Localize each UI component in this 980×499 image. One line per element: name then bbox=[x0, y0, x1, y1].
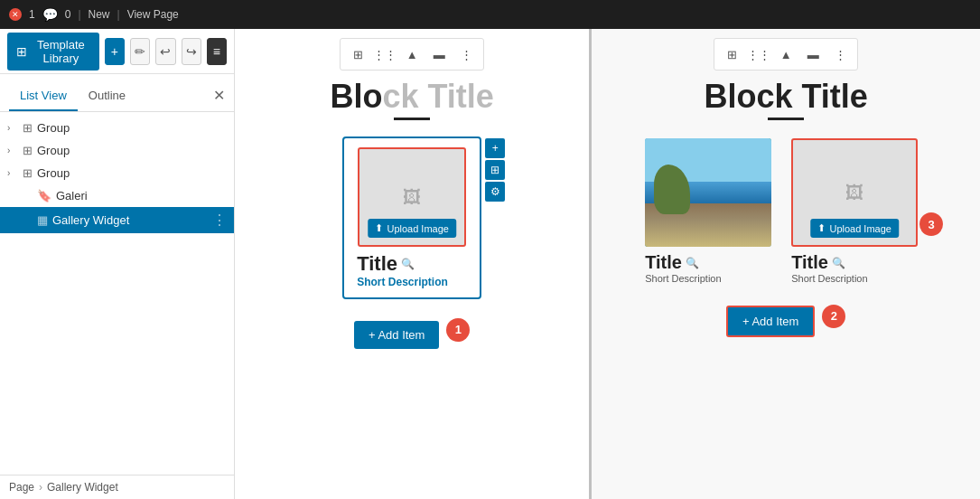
toolbar-up-icon[interactable]: ▲ bbox=[400, 42, 424, 66]
widget-settings-button[interactable]: ⚙ bbox=[485, 182, 505, 202]
toolbar-align-icon[interactable]: ▬ bbox=[427, 42, 451, 66]
comment-count: 0 bbox=[65, 8, 71, 21]
gallery-widget-icon: ▦ bbox=[37, 213, 48, 227]
toolbar-more-icon[interactable]: ⋮ bbox=[454, 42, 478, 66]
tab-count: 1 bbox=[29, 8, 35, 21]
image-placeholder-icon: 🖼 bbox=[403, 187, 421, 208]
menu-icon: ≡ bbox=[213, 44, 220, 59]
preview-toolbar-more-icon[interactable]: ⋮ bbox=[828, 42, 852, 66]
preview-card-desc-2: Short Description bbox=[791, 273, 927, 284]
step-badge-3: 3 bbox=[919, 212, 943, 236]
preview-title-underline bbox=[768, 118, 804, 120]
redo-icon: ↪ bbox=[186, 44, 197, 59]
grid-icon: ⊞ bbox=[16, 44, 27, 59]
preview-upload-image-button[interactable]: ⬆ Upload Image bbox=[810, 219, 899, 238]
tree-list: › ⊞ Group › ⊞ Group › ⊞ Group › 🔖 Galeri… bbox=[0, 112, 234, 475]
add-element-button[interactable]: + bbox=[105, 38, 125, 65]
toolbar-drag-icon[interactable]: ⋮⋮ bbox=[373, 42, 397, 66]
step-badge-1: 1 bbox=[446, 318, 470, 342]
group-icon: ⊞ bbox=[23, 121, 33, 135]
list-item-galeri[interactable]: › 🔖 Galeri bbox=[0, 184, 234, 207]
preview-toolbar-drag-icon[interactable]: ⋮⋮ bbox=[747, 42, 770, 66]
preview-card-2: 🖼 ⬆ Upload Image Title 🔍 Short Descripti… bbox=[791, 138, 927, 284]
preview-gallery: Title 🔍 Short Description 🖼 ⬆ Upload Ima… bbox=[645, 138, 927, 284]
main-container: ⊞ Template Library + ✏ ↩ ↪ ≡ List View bbox=[0, 29, 980, 499]
list-item-gallery-widget[interactable]: › ▦ Gallery Widget ⋮ bbox=[0, 207, 234, 233]
gallery-card-title: Title 🔍 bbox=[353, 252, 471, 276]
breadcrumb-page: Page bbox=[9, 481, 34, 494]
editor-pane: ⊞ ⋮⋮ ▲ ▬ ⋮ Block Title 🖼 ⬆ bbox=[235, 29, 589, 499]
preview-card-image-2: 🖼 ⬆ Upload Image bbox=[791, 138, 918, 247]
step-badge-2: 2 bbox=[822, 305, 845, 328]
content-area: ⊞ ⋮⋮ ▲ ▬ ⋮ Block Title 🖼 ⬆ bbox=[235, 29, 980, 499]
upload-image-button[interactable]: ⬆ Upload Image bbox=[368, 219, 456, 238]
element-toolbar: ⊞ ⋮⋮ ▲ ▬ ⋮ bbox=[340, 38, 484, 71]
breadcrumb: Page › Gallery Widget bbox=[0, 475, 234, 499]
undo-button[interactable]: ↩ bbox=[155, 38, 175, 65]
preview-card-1: Title 🔍 Short Description bbox=[645, 138, 780, 284]
pen-icon: ✏ bbox=[135, 44, 145, 59]
preview-block-title: Block Title bbox=[704, 78, 867, 116]
image-placeholder-icon: 🖼 bbox=[845, 183, 863, 203]
gallery-widget: 🖼 ⬆ Upload Image Title 🔍 Short Descripti… bbox=[342, 137, 481, 299]
rock-decoration bbox=[654, 165, 690, 214]
comment-icon: 💬 bbox=[42, 7, 58, 22]
preview-card-desc-1: Short Description bbox=[645, 273, 780, 284]
add-item-wrapper: + Add Item 1 bbox=[354, 310, 471, 349]
gallery-card-description: Short Description bbox=[353, 276, 471, 288]
preview-toolbar-up-icon[interactable]: ▲ bbox=[774, 42, 798, 66]
panel-tabs: List View Outline ✕ bbox=[0, 74, 234, 112]
preview-toolbar-template-icon[interactable]: ⊞ bbox=[720, 42, 743, 66]
search-icon[interactable]: 🔍 bbox=[832, 257, 845, 269]
beach-scene bbox=[645, 138, 771, 247]
block-title-partial: Block Title bbox=[330, 78, 493, 116]
upload-icon: ⬆ bbox=[375, 222, 383, 234]
gallery-card-image: 🖼 ⬆ Upload Image bbox=[358, 147, 466, 247]
tab-list-view[interactable]: List View bbox=[9, 81, 78, 111]
left-panel: ⊞ Template Library + ✏ ↩ ↪ ≡ List View bbox=[0, 29, 235, 499]
undo-icon: ↩ bbox=[160, 44, 171, 59]
preview-add-item-button[interactable]: + Add Item bbox=[726, 306, 816, 337]
panel-close-button[interactable]: ✕ bbox=[213, 87, 225, 111]
chevron-right-icon: › bbox=[7, 146, 18, 155]
title-underline bbox=[394, 118, 430, 120]
list-item[interactable]: › ⊞ Group bbox=[0, 117, 234, 139]
plus-icon: + bbox=[111, 44, 118, 59]
add-item-button[interactable]: + Add Item bbox=[354, 321, 440, 349]
view-page-link[interactable]: View Page bbox=[127, 8, 179, 21]
chevron-right-icon: › bbox=[7, 123, 18, 133]
group-icon: ⊞ bbox=[23, 166, 33, 180]
window-close-btn[interactable]: ✕ bbox=[9, 8, 22, 21]
chevron-right-icon: › bbox=[7, 168, 18, 178]
preview-add-item-wrapper: + Add Item 2 bbox=[726, 295, 846, 337]
toolbar-template-icon[interactable]: ⊞ bbox=[346, 42, 369, 66]
top-bar: ✕ 1 💬 0 | New | View Page bbox=[0, 0, 980, 29]
search-icon[interactable]: 🔍 bbox=[686, 257, 699, 269]
breadcrumb-separator: › bbox=[39, 481, 42, 494]
list-item[interactable]: › ⊞ Group bbox=[0, 162, 234, 184]
template-library-button[interactable]: ⊞ Template Library bbox=[7, 33, 99, 71]
upload-icon: ⬆ bbox=[817, 222, 826, 234]
tab-outline[interactable]: Outline bbox=[78, 81, 136, 111]
redo-button[interactable]: ↪ bbox=[182, 38, 201, 65]
preview-card-image-1 bbox=[645, 138, 771, 247]
list-item[interactable]: › ⊞ Group bbox=[0, 139, 234, 162]
toolbar: ⊞ Template Library + ✏ ↩ ↪ ≡ bbox=[0, 29, 234, 74]
widget-copy-button[interactable]: ⊞ bbox=[485, 160, 505, 180]
preview-pane: ⊞ ⋮⋮ ▲ ▬ ⋮ Block Title bbox=[589, 29, 980, 499]
new-link[interactable]: New bbox=[89, 8, 110, 21]
widget-add-button[interactable]: + bbox=[485, 138, 505, 158]
pen-tool-button[interactable]: ✏ bbox=[130, 38, 150, 65]
breadcrumb-widget: Gallery Widget bbox=[47, 481, 118, 494]
gallery-card: 🖼 ⬆ Upload Image Title 🔍 Short Descripti… bbox=[353, 147, 471, 288]
preview-card-title-1: Title 🔍 bbox=[645, 252, 780, 273]
widget-actions: + ⊞ ⚙ bbox=[485, 138, 505, 202]
group-icon: ⊞ bbox=[23, 144, 33, 157]
preview-toolbar-align-icon[interactable]: ▬ bbox=[801, 42, 825, 66]
preview-element-toolbar: ⊞ ⋮⋮ ▲ ▬ ⋮ bbox=[714, 38, 858, 71]
bookmark-icon: 🔖 bbox=[37, 189, 51, 202]
menu-button[interactable]: ≡ bbox=[207, 38, 227, 65]
more-options-icon[interactable]: ⋮ bbox=[212, 212, 227, 229]
search-icon[interactable]: 🔍 bbox=[401, 258, 415, 270]
preview-card-title-2: Title 🔍 bbox=[791, 252, 927, 273]
